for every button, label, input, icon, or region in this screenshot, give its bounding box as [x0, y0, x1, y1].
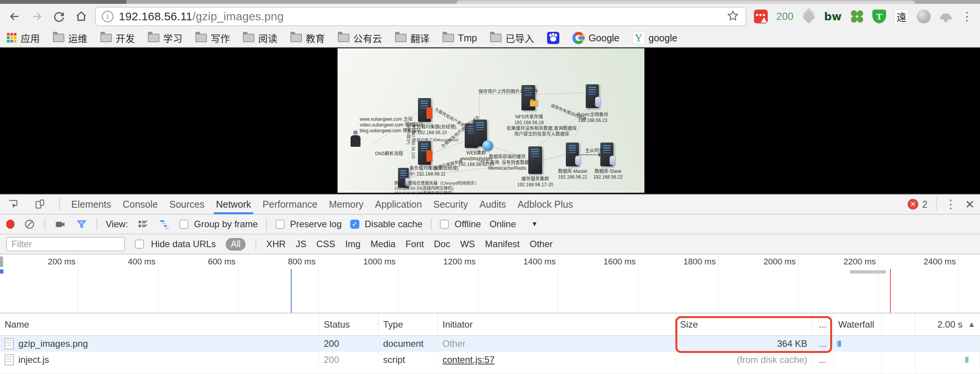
waterfall-bar	[837, 341, 841, 347]
tab-network[interactable]: Network	[216, 194, 251, 214]
filter-type-all[interactable]: All	[226, 238, 246, 251]
db-master-disk-icon	[575, 156, 581, 166]
hide-data-urls-checkbox[interactable]	[135, 239, 144, 249]
calligraphy-extension-icon[interactable]: 遠	[895, 10, 908, 23]
record-network-log-button[interactable]	[6, 220, 15, 229]
use-large-rows-icon[interactable]	[136, 218, 149, 231]
preserve-log-checkbox[interactable]	[275, 220, 285, 229]
bookmark-star-icon[interactable]	[726, 9, 739, 24]
timeline-gridline	[478, 269, 479, 313]
tab-adblock-plus[interactable]: Adblock Plus	[518, 194, 573, 214]
initiator-link[interactable]: content.js:57	[442, 354, 495, 365]
throttling-select[interactable]: Online	[489, 219, 516, 230]
filter-funnel-icon[interactable]	[75, 218, 88, 231]
bookmarks-bar: 应用 运维 开发 学习 写作 阅读 教育 公有云 翻译 Tmp 已导入 Goog…	[0, 29, 980, 48]
reload-button[interactable]	[51, 8, 67, 25]
filter-type-js[interactable]: JS	[296, 239, 306, 249]
layers-extension-icon[interactable]	[802, 10, 816, 23]
filter-type-other[interactable]: Other	[530, 239, 553, 249]
request-row-gzip-images[interactable]: gzip_images.png 200 document Other 364 K…	[0, 336, 980, 352]
tab-console[interactable]: Console	[123, 194, 158, 214]
bookmark-folder-7[interactable]: 公有云	[338, 31, 382, 45]
disable-cache-label[interactable]: Disable cache	[365, 219, 423, 230]
bookmark-folder-3[interactable]: 学习	[148, 31, 182, 45]
filter-type-xhr[interactable]: XHR	[266, 239, 286, 249]
filter-type-manifest[interactable]: Manifest	[485, 239, 520, 249]
tab-application[interactable]: Application	[375, 194, 422, 214]
bookmark-folder-8[interactable]: 翻译	[395, 31, 429, 45]
column-header-size[interactable]: Size	[675, 313, 812, 335]
globe-extension-icon[interactable]	[917, 10, 931, 23]
column-header-status[interactable]: Status	[319, 313, 379, 335]
parachute-extension-icon[interactable]	[939, 10, 953, 23]
column-header-overflow[interactable]: ...	[812, 313, 834, 335]
bookmark-google[interactable]: Google	[572, 32, 619, 44]
tab-memory[interactable]: Memory	[329, 194, 363, 214]
home-button[interactable]	[73, 8, 90, 25]
address-bar[interactable]: i 192.168.56.11/gzip_images.png	[95, 7, 746, 26]
group-by-frame-label[interactable]: Group by frame	[194, 219, 258, 230]
clear-network-log-icon[interactable]	[23, 218, 36, 231]
tab-security[interactable]: Security	[433, 194, 468, 214]
http-status-extension-badge[interactable]: 200	[776, 10, 793, 23]
devtools-menu-icon[interactable]: ⋮	[945, 202, 957, 206]
filter-type-doc[interactable]: Doc	[434, 239, 450, 249]
disable-cache-checkbox[interactable]: ✓	[350, 220, 359, 229]
bookmark-google-y[interactable]: Ygoogle	[633, 32, 677, 44]
clover-extension-icon[interactable]	[850, 10, 864, 23]
shield-t-extension-icon[interactable]: T	[872, 10, 886, 23]
offline-checkbox[interactable]	[440, 220, 449, 229]
filter-input[interactable]	[6, 237, 125, 251]
site-info-icon[interactable]: i	[102, 11, 113, 22]
browser-menu-icon[interactable]: ⋮	[961, 10, 973, 23]
timeline-gridline	[798, 254, 798, 269]
tab-sources[interactable]: Sources	[169, 194, 205, 214]
filter-type-media[interactable]: Media	[370, 239, 395, 249]
bookmark-label: Tmp	[458, 33, 477, 44]
column-header-waterfall[interactable]: Waterfall 2.00 s ▲	[834, 313, 980, 335]
column-header-initiator[interactable]: Initiator	[438, 313, 675, 335]
filter-type-ws[interactable]: WS	[460, 239, 475, 249]
forward-button[interactable]	[28, 8, 45, 25]
toggle-device-toolbar-icon[interactable]	[32, 197, 48, 212]
password-manager-extension-icon[interactable]: •••	[754, 10, 768, 23]
filter-type-img[interactable]: Img	[345, 239, 361, 249]
console-error-badge[interactable]: ✕ 2	[908, 199, 928, 210]
bookmark-folder-2[interactable]: 开发	[100, 31, 135, 45]
column-header-name[interactable]: Name	[0, 313, 319, 335]
tab-performance[interactable]: Performance	[262, 194, 317, 214]
capture-screenshots-icon[interactable]	[54, 218, 67, 231]
ruler-scroll-thumb[interactable]	[0, 256, 3, 267]
bookmark-folder-9[interactable]: Tmp	[442, 33, 477, 44]
request-row-inject-js[interactable]: inject.js 200 script content.js:57 (from…	[0, 352, 980, 368]
preserve-log-label[interactable]: Preserve log	[290, 219, 342, 230]
bookmark-folder-10[interactable]: 已导入	[490, 31, 534, 45]
offline-label[interactable]: Offline	[454, 219, 481, 230]
inspect-element-icon[interactable]	[5, 197, 21, 212]
bookmark-folder-1[interactable]: 运维	[53, 31, 87, 45]
bookmark-baidu[interactable]	[547, 32, 559, 44]
folder-icon	[338, 34, 349, 42]
tab-elements[interactable]: Elements	[71, 194, 111, 214]
tab-audits[interactable]: Audits	[479, 194, 506, 214]
filter-type-css[interactable]: CSS	[316, 239, 335, 249]
hide-data-urls-label[interactable]: Hide data URLs	[151, 239, 216, 249]
throttling-dropdown-arrow-icon[interactable]: ▼	[531, 220, 538, 228]
sort-ascending-icon[interactable]: ▲	[968, 320, 975, 329]
timeline-gridline	[158, 254, 158, 269]
ruler-tick-label: 1200 ms	[418, 257, 476, 267]
bw-extension-icon[interactable]: bw	[824, 10, 842, 23]
filter-type-font[interactable]: Font	[405, 239, 424, 249]
network-overview-band[interactable]	[0, 269, 980, 313]
column-header-type[interactable]: Type	[379, 313, 438, 335]
bookmark-folder-6[interactable]: 教育	[290, 31, 325, 45]
show-overview-icon[interactable]	[158, 218, 171, 231]
group-by-frame-checkbox[interactable]	[179, 220, 188, 229]
bookmark-folder-4[interactable]: 写作	[195, 31, 230, 45]
back-button[interactable]	[6, 8, 23, 25]
devtools-close-icon[interactable]: ✕	[965, 198, 975, 211]
folder-icon	[100, 34, 112, 42]
bookmark-folder-5[interactable]: 阅读	[243, 31, 277, 45]
bookmark-folder-0[interactable]: 应用	[7, 31, 40, 45]
active-tab[interactable]	[456, 0, 916, 4]
